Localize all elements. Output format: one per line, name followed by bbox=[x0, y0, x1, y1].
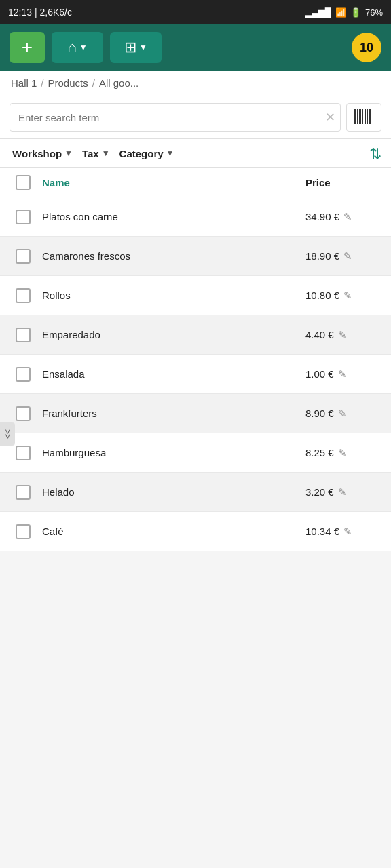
product-list: Platos con carne 34.90 € ✎ Camarones fre… bbox=[0, 197, 391, 551]
row-checkbox-col bbox=[11, 328, 35, 342]
edit-price-icon[interactable]: ✎ bbox=[338, 447, 347, 459]
price-value: 10.34 € bbox=[305, 526, 339, 537]
barcode-icon bbox=[354, 109, 373, 126]
search-bar: ✕ bbox=[0, 96, 391, 139]
price-value: 34.90 € bbox=[305, 211, 339, 222]
row-checkbox-col bbox=[11, 524, 35, 539]
edit-price-icon[interactable]: ✎ bbox=[343, 290, 352, 302]
row-checkbox-col bbox=[11, 485, 35, 500]
svg-rect-3 bbox=[362, 109, 363, 124]
product-price: 4.40 € ✎ bbox=[305, 329, 380, 341]
table-row: Café 10.34 € ✎ bbox=[0, 512, 391, 551]
row-checkbox[interactable] bbox=[16, 249, 31, 264]
row-checkbox-col bbox=[11, 210, 35, 224]
row-checkbox-col bbox=[11, 446, 35, 460]
category-chevron-icon: ▼ bbox=[166, 149, 174, 158]
filter-bar: Workshop ▼ Tax ▼ Category ▼ ⇄ bbox=[0, 139, 391, 168]
product-price: 3.20 € ✎ bbox=[305, 486, 380, 498]
product-price: 10.80 € ✎ bbox=[305, 290, 380, 302]
search-input[interactable] bbox=[10, 103, 341, 132]
status-time: 12:13 | 2,6K6/c bbox=[8, 7, 72, 18]
workshop-filter-label: Workshop bbox=[12, 148, 62, 159]
price-value: 1.00 € bbox=[305, 368, 334, 380]
price-value: 18.90 € bbox=[305, 250, 339, 262]
swap-columns-icon[interactable]: ⇄ bbox=[367, 147, 384, 159]
edit-price-icon[interactable]: ✎ bbox=[338, 368, 347, 380]
search-input-wrapper: ✕ bbox=[10, 103, 341, 132]
search-clear-button[interactable]: ✕ bbox=[325, 110, 335, 125]
breadcrumb-hall[interactable]: Hall 1 bbox=[11, 77, 37, 89]
breadcrumb-sep-2: / bbox=[92, 77, 95, 89]
edit-price-icon[interactable]: ✎ bbox=[343, 250, 352, 262]
notification-badge[interactable]: 10 bbox=[352, 33, 381, 62]
signal-icon: ▂▄▆█ bbox=[305, 7, 331, 18]
header-price-col: Price bbox=[305, 177, 380, 189]
tax-filter-button[interactable]: Tax ▼ bbox=[79, 145, 113, 162]
svg-rect-1 bbox=[357, 109, 358, 124]
svg-rect-7 bbox=[373, 109, 373, 124]
workshop-filter-button[interactable]: Workshop ▼ bbox=[10, 145, 75, 162]
export-icon: ⊞ bbox=[124, 39, 136, 56]
product-price: 10.34 € ✎ bbox=[305, 526, 380, 538]
row-checkbox[interactable] bbox=[16, 524, 31, 539]
edit-price-icon[interactable]: ✎ bbox=[343, 526, 352, 538]
svg-rect-4 bbox=[365, 109, 366, 124]
svg-rect-2 bbox=[359, 109, 361, 124]
price-value: 10.80 € bbox=[305, 290, 339, 301]
product-name: Café bbox=[42, 526, 299, 537]
row-checkbox[interactable] bbox=[16, 328, 31, 342]
category-filter-label: Category bbox=[119, 148, 164, 159]
table-row: Hamburguesa 8.25 € ✎ bbox=[0, 433, 391, 473]
table-row: Camarones frescos 18.90 € ✎ bbox=[0, 237, 391, 276]
category-filter-button[interactable]: Category ▼ bbox=[117, 145, 177, 162]
row-checkbox[interactable] bbox=[16, 210, 31, 224]
home-button[interactable]: ⌂ ▼ bbox=[52, 32, 103, 63]
svg-rect-0 bbox=[354, 109, 356, 124]
tax-chevron-icon: ▼ bbox=[102, 149, 110, 158]
price-value: 4.40 € bbox=[305, 329, 334, 340]
add-button[interactable]: + bbox=[10, 32, 45, 63]
barcode-button[interactable] bbox=[346, 103, 381, 132]
header-checkbox-col bbox=[11, 175, 35, 190]
row-checkbox[interactable] bbox=[16, 485, 31, 500]
plus-icon: + bbox=[22, 38, 33, 57]
select-all-checkbox[interactable] bbox=[16, 175, 31, 190]
row-checkbox[interactable] bbox=[16, 367, 31, 382]
tax-filter-label: Tax bbox=[82, 148, 99, 159]
edit-price-icon[interactable]: ✎ bbox=[338, 329, 347, 341]
product-name: Platos con carne bbox=[42, 211, 299, 222]
table-row: Ensalada 1.00 € ✎ bbox=[0, 355, 391, 394]
breadcrumb-products[interactable]: Products bbox=[48, 77, 88, 89]
row-checkbox[interactable] bbox=[16, 288, 31, 303]
table-header: Name Price bbox=[0, 168, 391, 197]
table-row: Platos con carne 34.90 € ✎ bbox=[0, 197, 391, 237]
price-value: 8.25 € bbox=[305, 447, 334, 458]
export-button[interactable]: ⊞ ▼ bbox=[110, 32, 162, 63]
home-icon: ⌂ bbox=[67, 39, 76, 56]
price-value: 8.90 € bbox=[305, 408, 334, 419]
row-checkbox[interactable] bbox=[16, 406, 31, 421]
edit-price-icon[interactable]: ✎ bbox=[338, 486, 347, 498]
edit-price-icon[interactable]: ✎ bbox=[343, 211, 352, 223]
toolbar: + ⌂ ▼ ⊞ ▼ 10 bbox=[0, 24, 391, 71]
product-name: Ensalada bbox=[42, 368, 299, 380]
edit-price-icon[interactable]: ✎ bbox=[338, 408, 347, 420]
row-checkbox-col bbox=[11, 367, 35, 382]
export-chevron-icon: ▼ bbox=[139, 43, 147, 52]
product-name: Helado bbox=[42, 486, 299, 498]
battery-icon: 🔋 bbox=[350, 7, 361, 18]
table-row: Emparedado 4.40 € ✎ bbox=[0, 315, 391, 355]
breadcrumb: Hall 1 / Products / All goo... bbox=[0, 71, 391, 96]
table-row: Rollos 10.80 € ✎ bbox=[0, 276, 391, 315]
side-handle[interactable]: >> bbox=[0, 422, 15, 446]
battery-level: 76% bbox=[365, 7, 383, 18]
home-chevron-icon: ▼ bbox=[79, 43, 88, 52]
table-row: Helado 3.20 € ✎ bbox=[0, 473, 391, 512]
product-price: 18.90 € ✎ bbox=[305, 250, 380, 262]
status-right: ▂▄▆█ 📶 🔋 76% bbox=[305, 7, 383, 18]
row-checkbox[interactable] bbox=[16, 446, 31, 460]
table-row: Frankfurters 8.90 € ✎ bbox=[0, 394, 391, 433]
row-checkbox-col bbox=[11, 249, 35, 264]
notification-count: 10 bbox=[360, 41, 373, 55]
breadcrumb-all[interactable]: All goo... bbox=[99, 77, 138, 89]
